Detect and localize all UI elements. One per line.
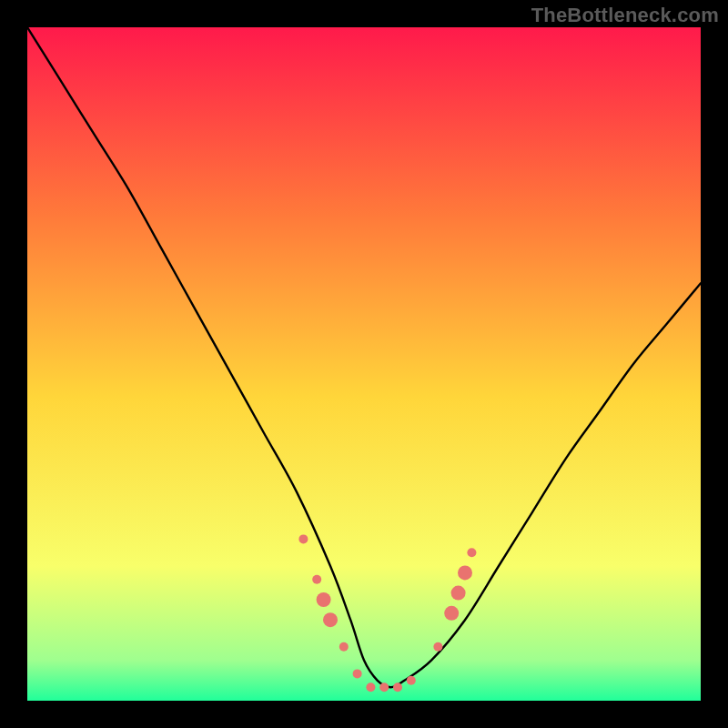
curve-marker [366, 682, 375, 692]
gradient-background [27, 27, 701, 701]
curve-marker [323, 612, 338, 627]
chart-frame: TheBottleneck.com [0, 0, 728, 728]
curve-marker [407, 676, 416, 685]
chart-svg [27, 27, 701, 701]
curve-marker [339, 642, 349, 652]
watermark-text: TheBottleneck.com [531, 4, 719, 27]
curve-marker [458, 565, 472, 580]
curve-marker [393, 682, 402, 692]
curve-marker [298, 534, 308, 543]
curve-marker [317, 592, 331, 607]
curve-marker [444, 606, 459, 621]
curve-marker [433, 642, 442, 652]
curve-marker [467, 548, 476, 557]
curve-marker [451, 586, 466, 601]
curve-marker [353, 669, 362, 678]
plot-area [27, 27, 701, 701]
curve-marker [379, 682, 389, 692]
curve-marker [312, 575, 321, 584]
